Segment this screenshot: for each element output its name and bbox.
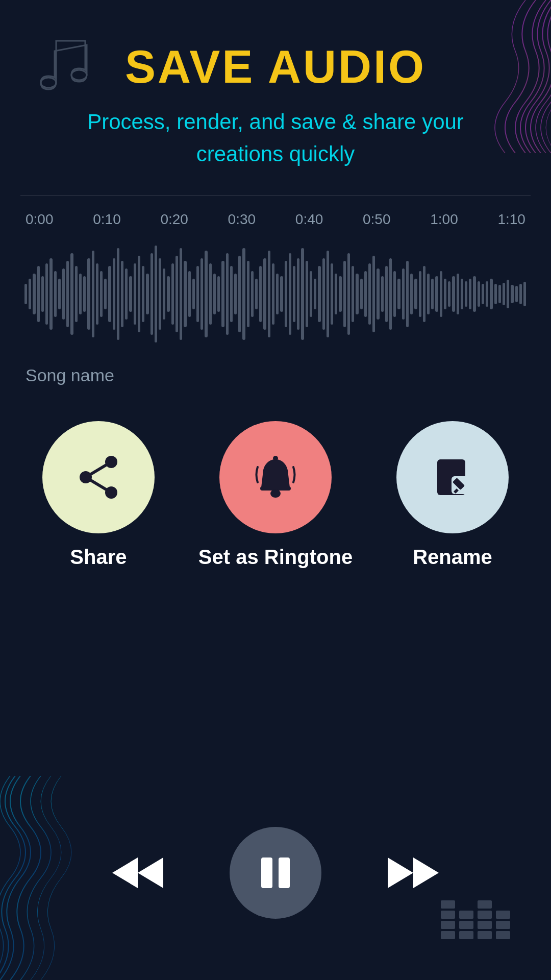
ringtone-action[interactable]: Set as Ringtone <box>198 421 353 569</box>
waveform-bar <box>142 266 144 322</box>
time-mark-6: 1:00 <box>430 211 458 228</box>
svg-marker-14 <box>138 857 163 888</box>
waveform-bar <box>318 266 320 322</box>
waveform-bar <box>306 261 308 327</box>
waveform-bar <box>490 279 492 309</box>
waveform-bar <box>515 286 518 302</box>
waveform-bar <box>285 261 287 327</box>
waveform-bar <box>54 271 57 317</box>
waveform-bar <box>389 258 392 330</box>
waveform-bar <box>397 279 400 309</box>
time-mark-0: 0:00 <box>26 211 54 228</box>
pause-button[interactable] <box>230 827 321 919</box>
waveform-bar <box>473 276 475 312</box>
svg-point-1 <box>71 70 87 80</box>
share-action[interactable]: Share <box>42 421 155 569</box>
waveform-bar <box>364 271 367 317</box>
waveform-bar <box>263 258 266 330</box>
waveform-bar <box>331 263 333 325</box>
waveform-bar <box>70 253 73 335</box>
waveform-bar <box>58 279 61 309</box>
waveform-bar <box>435 276 438 312</box>
forward-icon <box>383 852 444 893</box>
share-icon <box>73 452 124 503</box>
waveform-bar <box>385 266 388 322</box>
waveform-bar <box>523 282 526 306</box>
waveform-bar <box>134 263 136 325</box>
waveform-bar <box>352 266 354 322</box>
rename-action[interactable]: Rename <box>396 421 509 569</box>
waveform-bar <box>414 279 417 309</box>
svg-marker-18 <box>388 857 413 888</box>
waveform-bar <box>167 276 169 312</box>
waveform-bar <box>461 279 463 309</box>
waveform-bar <box>129 276 132 312</box>
waveform-bar <box>104 279 107 309</box>
waveform-bar <box>159 258 161 330</box>
waveform-bar <box>507 280 509 308</box>
waveform-bar <box>87 258 90 330</box>
waveform-bar <box>125 268 128 320</box>
forward-button[interactable] <box>383 852 444 893</box>
waveform-bar <box>251 271 254 317</box>
waveform-bar <box>322 258 325 330</box>
waveform-bar <box>238 256 241 332</box>
waveform-bar <box>381 276 384 312</box>
waveform-bar <box>146 274 148 314</box>
waveform-bar <box>293 266 295 322</box>
waveform-bar <box>176 256 178 332</box>
ringtone-label: Set as Ringtone <box>198 546 353 569</box>
waveform-bar <box>356 274 358 314</box>
ringtone-circle[interactable] <box>219 421 332 533</box>
share-circle[interactable] <box>42 421 155 533</box>
waveform-bar <box>155 246 157 342</box>
waveform-bar <box>151 253 153 335</box>
waveform-bar <box>92 251 94 337</box>
waveform-bar <box>406 261 409 327</box>
svg-rect-9 <box>273 456 278 461</box>
waveform-bar <box>280 276 283 312</box>
waveform-bar <box>96 263 98 325</box>
waveform-bar <box>423 266 425 322</box>
waveform-bar <box>494 284 497 304</box>
waveform-bar <box>448 281 450 307</box>
waveform-bar <box>393 271 396 317</box>
waveform-bar <box>444 279 446 309</box>
waveform-bar <box>469 279 471 309</box>
pause-icon <box>255 852 296 893</box>
waveform-bar <box>301 248 304 340</box>
waveform-bar <box>79 274 82 314</box>
svg-marker-19 <box>413 857 439 888</box>
waveform-bar <box>368 263 371 325</box>
rewind-button[interactable] <box>107 852 168 893</box>
svg-marker-15 <box>112 857 138 888</box>
time-mark-1: 0:10 <box>93 211 121 228</box>
time-mark-3: 0:30 <box>228 211 256 228</box>
divider <box>20 195 531 196</box>
page-title: SAVE AUDIO <box>125 41 426 93</box>
waveform-bar <box>519 284 522 304</box>
waveform-bar <box>511 285 513 303</box>
waveform-bar <box>410 274 413 314</box>
waveform-bar <box>259 266 262 322</box>
waveform-bar <box>49 258 52 330</box>
waveform-bar <box>427 274 430 314</box>
svg-point-0 <box>41 78 56 88</box>
svg-line-5 <box>86 462 111 477</box>
waveform-bar <box>66 261 69 327</box>
waveform-bar <box>452 276 455 312</box>
waveform-bar <box>196 266 199 322</box>
waveform-bar <box>268 251 270 337</box>
svg-line-6 <box>86 477 111 493</box>
waveform-bar <box>163 268 165 320</box>
waveform-bar <box>310 271 312 317</box>
waveform-bar <box>226 253 229 335</box>
waveform-bar <box>486 281 488 307</box>
rename-circle[interactable] <box>396 421 509 533</box>
waveform-bar <box>83 276 86 312</box>
waveform-bar <box>377 268 379 320</box>
waveform-bar <box>242 248 245 340</box>
time-mark-7: 1:10 <box>497 211 525 228</box>
waveform-bar <box>440 271 442 317</box>
waveform-bar <box>192 279 195 309</box>
